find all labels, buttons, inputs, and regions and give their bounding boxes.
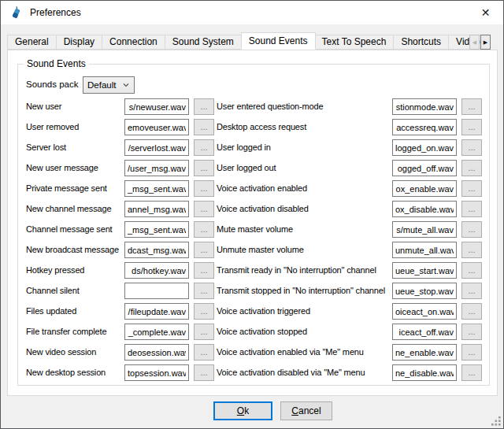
tab-connection[interactable]: Connection (102, 35, 165, 50)
browse-button[interactable]: ... (461, 119, 482, 135)
event-label: Voice activation triggered (217, 306, 310, 316)
title-bar[interactable]: Preferences ✕ (1, 1, 503, 24)
event-label: Voice activation disabled (217, 204, 309, 213)
tab-strip: GeneralDisplayConnectionSound SystemSoun… (7, 32, 488, 50)
ok-button[interactable]: Ok (213, 401, 272, 420)
sound-file-input[interactable] (392, 324, 457, 340)
event-label: Voice activation stopped (217, 327, 307, 336)
event-label: Transmit ready in "No interruption" chan… (217, 265, 376, 275)
tab-text-to-speech[interactable]: Text To Speech (315, 35, 395, 50)
tab-scroll-right-button[interactable]: ▶ (480, 35, 491, 50)
browse-button[interactable]: ... (461, 139, 482, 156)
ok-button-label: Ok (215, 405, 271, 416)
app-icon (9, 6, 23, 20)
sound-event-row: Mute master volume... (18, 221, 489, 238)
event-label: Voice activation disabled via "Me" menu (217, 368, 365, 377)
sound-event-row: Voice activation triggered... (18, 303, 489, 320)
sound-event-row: Desktop access request... (18, 119, 489, 135)
browse-button[interactable]: ... (461, 160, 482, 176)
sound-event-row: User entered question-mode... (18, 98, 489, 115)
sound-file-input[interactable] (392, 303, 457, 320)
sound-file-input[interactable] (392, 139, 457, 156)
sound-event-row: User logged in... (18, 139, 489, 156)
sound-events-tab-pane: Sound Events Sounds pack Default New use… (7, 50, 498, 396)
close-button[interactable]: ✕ (468, 1, 503, 24)
browse-button[interactable]: ... (461, 283, 482, 299)
close-icon: ✕ (481, 6, 491, 19)
sound-event-row: Voice activation disabled via "Me" menu.… (18, 364, 489, 381)
event-label: Desktop access request (217, 122, 306, 131)
chevron-right-icon: ▶ (484, 39, 487, 46)
tab-sound-system[interactable]: Sound System (165, 35, 242, 50)
tab-sound-events[interactable]: Sound Events (241, 32, 316, 50)
browse-button[interactable]: ... (461, 262, 482, 279)
browse-button[interactable]: ... (461, 221, 482, 238)
browse-button[interactable]: ... (461, 180, 482, 197)
tab-scroll-left-button[interactable]: ◀ (469, 35, 480, 50)
sound-event-row: Voice activation enabled... (18, 180, 489, 197)
browse-button[interactable]: ... (461, 344, 482, 361)
browse-button[interactable]: ... (461, 98, 482, 115)
sound-event-row: Unmute master volume... (18, 242, 489, 258)
sound-event-row: Transmit ready in "No interruption" chan… (18, 262, 489, 279)
sound-file-input[interactable] (392, 221, 457, 238)
event-label: Transmit stopped in "No interruption" ch… (217, 286, 385, 295)
sound-file-input[interactable] (392, 98, 457, 115)
browse-button[interactable]: ... (461, 364, 482, 381)
event-label: Mute master volume (217, 224, 293, 234)
tab-display[interactable]: Display (57, 35, 102, 50)
event-label: Voice activation enabled (217, 183, 307, 193)
browse-button[interactable]: ... (461, 201, 482, 217)
sound-file-input[interactable] (392, 201, 457, 217)
browse-button[interactable]: ... (461, 242, 482, 258)
browse-button[interactable]: ... (461, 303, 482, 320)
sound-event-rows: New user...User removed...Server lost...… (18, 65, 489, 385)
preferences-dialog: Preferences ✕ GeneralDisplayConnectionSo… (0, 0, 504, 429)
sound-event-row: Transmit stopped in "No interruption" ch… (18, 283, 489, 299)
sound-file-input[interactable] (392, 344, 457, 361)
sound-event-row: User logged out... (18, 160, 489, 176)
sound-file-input[interactable] (392, 262, 457, 279)
browse-button[interactable]: ... (461, 324, 482, 340)
sound-file-input[interactable] (392, 180, 457, 197)
event-label: Voice activation enabled via "Me" menu (217, 347, 364, 357)
tab-general[interactable]: General (7, 35, 57, 50)
cancel-button[interactable]: Cancel (280, 401, 332, 420)
event-label: User logged out (217, 163, 276, 172)
event-label: User entered question-mode (217, 102, 324, 111)
resize-grip[interactable] (491, 416, 502, 427)
sound-file-input[interactable] (392, 283, 457, 299)
tab-shortcuts[interactable]: Shortcuts (394, 35, 449, 50)
sound-events-groupbox: Sound Events Sounds pack Default New use… (17, 64, 490, 386)
sound-file-input[interactable] (392, 364, 457, 381)
cancel-button-label: Cancel (281, 405, 332, 416)
chevron-left-icon: ◀ (472, 39, 476, 46)
sound-event-row: Voice activation enabled via "Me" menu..… (18, 344, 489, 361)
event-label: User logged in (217, 142, 271, 152)
sound-file-input[interactable] (392, 119, 457, 135)
sound-event-row: Voice activation stopped... (18, 324, 489, 340)
sound-file-input[interactable] (392, 242, 457, 258)
window-title: Preferences (30, 7, 81, 18)
sound-event-row: Voice activation disabled... (18, 201, 489, 217)
event-label: Unmute master volume (217, 245, 304, 254)
sound-file-input[interactable] (392, 160, 457, 176)
tab-scroll-buttons: ◀ ▶ (469, 35, 491, 50)
